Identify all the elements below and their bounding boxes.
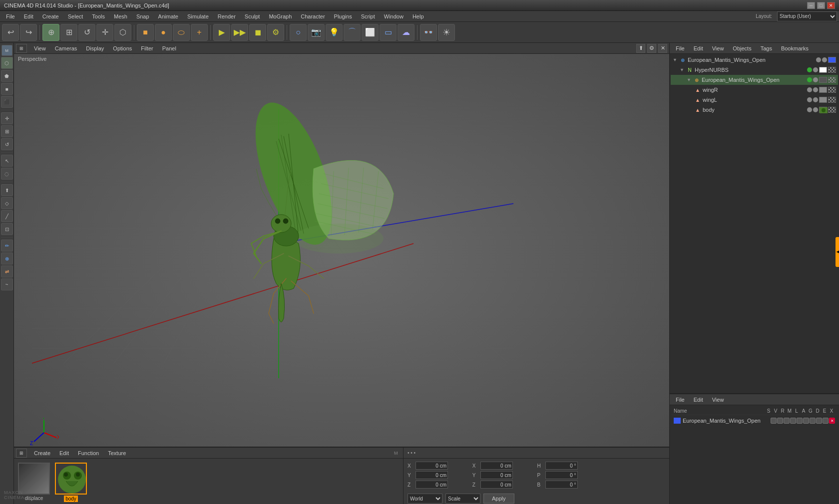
pos-y-input[interactable] [416, 471, 448, 479]
size-x-input[interactable] [480, 462, 513, 470]
transform-mode-select[interactable]: Scale Move Rotate [445, 494, 480, 504]
redo-button[interactable]: ↪ [20, 24, 37, 41]
cylinder-tool[interactable]: ⬭ [173, 24, 190, 41]
viewport-area[interactable]: ⊞ View Cameras Display Options Filter Pa… [14, 43, 669, 447]
menu-tools[interactable]: Tools [88, 12, 109, 20]
edges-mode[interactable]: ⬟ [1, 70, 13, 82]
tree-row-root[interactable]: ▼ ⊕ European_Mantis_Wings_Open [671, 55, 838, 65]
attr-ctrl-m[interactable] [790, 418, 796, 424]
attr-ctrl-g[interactable] [810, 418, 816, 424]
size-y-input[interactable] [480, 471, 513, 479]
size-z-input[interactable] [480, 481, 513, 489]
render-region[interactable]: ▶ [213, 24, 230, 41]
paint-tool[interactable]: ✏ [1, 240, 13, 252]
menu-mesh[interactable]: Mesh [110, 12, 131, 20]
minimize-button[interactable]: ─ [807, 2, 815, 9]
menu-help[interactable]: Help [409, 12, 428, 20]
undo-button[interactable]: ↩ [2, 24, 19, 41]
menu-file[interactable]: File [2, 12, 19, 20]
sky-object[interactable]: ☁ [398, 24, 415, 41]
right-panel-collapse-tab[interactable]: ▶ [836, 237, 839, 267]
tree-row-mantis-child[interactable]: ▼ ⊕ European_Mantis_Wings_Open [671, 75, 838, 85]
viewport-display-menu[interactable]: Display [82, 44, 108, 52]
magnet-tool[interactable]: ⊕ [1, 252, 13, 264]
attr-ctrl-r[interactable] [784, 418, 790, 424]
bevel-tool[interactable]: ◇ [1, 197, 13, 209]
rot-p-input[interactable] [545, 471, 578, 479]
scale-left[interactable]: ⊞ [1, 125, 13, 137]
attr-ctrl-s[interactable] [771, 418, 777, 424]
smooth-tool[interactable]: ~ [1, 278, 13, 290]
attr-ctrl-l[interactable] [797, 418, 803, 424]
menu-plugins[interactable]: Plugins [330, 12, 356, 20]
bend-deformer[interactable]: ⌒ [344, 24, 361, 41]
viewport-options-menu[interactable]: Options [109, 44, 136, 52]
om-file-menu[interactable]: File [672, 44, 689, 52]
material-function-menu[interactable]: Function [74, 449, 103, 457]
attr-ctrl-x[interactable]: ✕ [829, 418, 835, 424]
menu-create[interactable]: Create [38, 12, 63, 20]
om-tags-menu[interactable]: Tags [757, 44, 776, 52]
material-body[interactable]: body [55, 463, 87, 502]
material-panel-toggle[interactable]: ⊞ [16, 449, 27, 458]
material-body-preview[interactable] [55, 463, 87, 495]
extrude-tool[interactable]: ⬆ [1, 184, 13, 196]
viewport-cameras-menu[interactable]: Cameras [51, 44, 81, 52]
attr-file-menu[interactable]: File [672, 396, 689, 404]
menu-select[interactable]: Select [64, 12, 87, 20]
tree-row-body[interactable]: ▲ body [671, 105, 838, 115]
material-edit-menu[interactable]: Edit [55, 449, 73, 457]
light-tool[interactable]: 💡 [326, 24, 343, 41]
sphere-tool[interactable]: ● [155, 24, 172, 41]
attr-view-menu[interactable]: View [708, 396, 728, 404]
menu-mograph[interactable]: MoGraph [265, 12, 296, 20]
om-edit-menu[interactable]: Edit [690, 44, 707, 52]
attr-ctrl-v[interactable] [777, 418, 783, 424]
menu-window[interactable]: Window [380, 12, 408, 20]
select-tool[interactable]: ✛ [96, 24, 113, 41]
scale-tool[interactable]: ⊞ [60, 24, 77, 41]
close-button[interactable]: ✕ [827, 2, 835, 9]
om-objects-menu[interactable]: Objects [729, 44, 755, 52]
menu-character[interactable]: Character [297, 12, 329, 20]
mirror-tool[interactable]: ⇌ [1, 265, 13, 277]
object-tool[interactable]: ⬡ [114, 24, 131, 41]
menu-edit[interactable]: Edit [20, 12, 37, 20]
maximize-button[interactable]: □ [817, 2, 825, 9]
move-tool[interactable]: ⊕ [42, 24, 59, 41]
viewport-filter-menu[interactable]: Filter [137, 44, 157, 52]
cube-tool[interactable]: ■ [137, 24, 154, 41]
model-mode[interactable]: M [1, 45, 12, 56]
tree-row-wingl[interactable]: ▲ wingL [671, 95, 838, 105]
cursor-left[interactable]: ↖ [1, 155, 13, 167]
polygon-mode[interactable]: ■ [1, 83, 13, 95]
menu-render[interactable]: Render [214, 12, 240, 20]
camera-tool[interactable]: 📷 [308, 24, 325, 41]
attr-item-row-mantis[interactable]: European_Mantis_Wings_Open ✕ [672, 415, 837, 426]
om-view-menu[interactable]: View [708, 44, 728, 52]
loop-tool[interactable]: ⊡ [1, 223, 13, 235]
attr-ctrl-d[interactable] [816, 418, 822, 424]
uv-mode[interactable]: ⬛ [1, 96, 13, 108]
floor-object[interactable]: ⬜ [362, 24, 379, 41]
viewport-view-menu[interactable]: View [30, 44, 50, 52]
menu-script[interactable]: Script [357, 12, 379, 20]
layout-selector[interactable]: Startup (User) [777, 11, 837, 21]
pos-z-input[interactable] [416, 481, 448, 489]
attr-ctrl-a[interactable] [803, 418, 809, 424]
viewport-toggle[interactable]: ⊞ [16, 44, 27, 53]
tree-row-hypernurbs[interactable]: ▼ N HyperNURBS [671, 65, 838, 75]
render-settings[interactable]: ⚙ [267, 24, 284, 41]
om-bookmarks-menu[interactable]: Bookmarks [777, 44, 813, 52]
rotate-tool[interactable]: ↺ [78, 24, 95, 41]
background-object[interactable]: ▭ [380, 24, 397, 41]
apply-button[interactable]: Apply [483, 494, 514, 504]
viewport-close[interactable]: ✕ [658, 44, 667, 53]
knife-tool[interactable]: ╱ [1, 210, 13, 222]
menu-animate[interactable]: Animate [154, 12, 182, 20]
light-kit[interactable]: ☀ [438, 24, 455, 41]
null-object[interactable]: ○ [290, 24, 307, 41]
material-texture-menu[interactable]: Texture [104, 449, 130, 457]
menu-sculpt[interactable]: Sculpt [241, 12, 264, 20]
pos-x-input[interactable] [416, 462, 448, 470]
